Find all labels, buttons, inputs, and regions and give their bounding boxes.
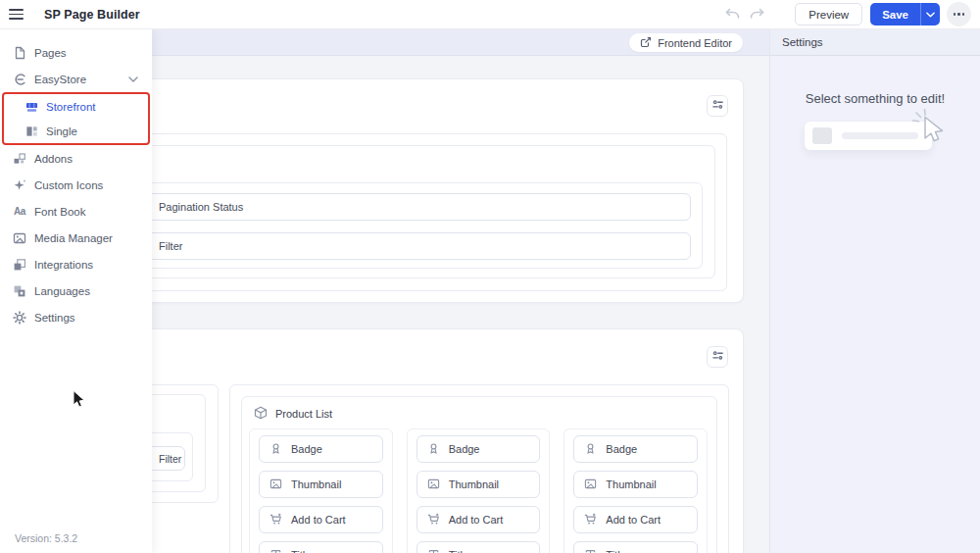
sidebar-item-pages[interactable]: Pages — [0, 39, 152, 66]
mouse-cursor-icon — [73, 390, 86, 414]
custom-icons-icon — [13, 178, 26, 192]
easystore-icon — [13, 73, 26, 86]
title-icon — [427, 548, 440, 553]
addon-badge[interactable]: Badge — [259, 435, 383, 463]
sidebar-item-media-manager[interactable]: Media Manager — [0, 225, 152, 251]
addons-icon — [13, 152, 26, 166]
addon-title[interactable]: Title — [573, 541, 698, 553]
sidebar-item-label: Settings — [34, 312, 75, 324]
sidebar-item-custom-icons[interactable]: Custom Icons — [0, 172, 152, 198]
cart-icon — [584, 513, 597, 528]
addon-label: Filter — [159, 453, 181, 465]
more-options-button[interactable] — [947, 2, 971, 26]
addon-add-to-cart[interactable]: Add to Cart — [416, 506, 541, 533]
sidebar: Pages EasyStore Storefront Sing — [0, 29, 152, 553]
pages-icon — [13, 46, 26, 60]
hamburger-icon[interactable] — [9, 6, 30, 24]
row-container[interactable]: Pagination Status Filter — [70, 133, 727, 291]
cart-icon — [427, 513, 440, 528]
section-settings-button[interactable] — [707, 95, 728, 117]
sidebar-item-integrations[interactable]: Integrations — [0, 251, 152, 277]
topbar: SP Page Builder Preview Save — [0, 0, 980, 29]
languages-icon — [13, 284, 26, 298]
save-button[interactable]: Save — [870, 3, 920, 25]
addon-label: Title — [606, 549, 625, 553]
addon-label: Add to Cart — [606, 514, 661, 526]
version-label: Version: 5.3.2 — [15, 532, 77, 544]
chevron-down-icon[interactable] — [128, 76, 138, 82]
title-icon — [584, 548, 597, 553]
sidebar-item-label: EasyStore — [34, 74, 86, 85]
addon-badge[interactable]: Badge — [416, 435, 541, 463]
product-list-addon[interactable]: Product List Badge Thumbnail — [241, 396, 717, 553]
addon-badge[interactable]: Badge — [573, 435, 698, 463]
addon-label: Title — [291, 549, 311, 553]
sidebar-item-label: Languages — [34, 285, 90, 297]
addon-label: Thumbnail — [449, 478, 499, 490]
sidebar-item-font-book[interactable]: Aa Font Book — [0, 198, 152, 225]
sidebar-item-label: Storefront — [46, 101, 96, 113]
media-manager-icon — [13, 231, 26, 245]
sliders-icon — [711, 97, 724, 115]
font-book-icon: Aa — [13, 206, 26, 217]
sidebar-item-easystore[interactable]: EasyStore — [0, 66, 152, 92]
thumbnail-icon — [584, 478, 597, 492]
redo-icon[interactable] — [748, 5, 767, 25]
addon-add-to-cart[interactable]: Add to Cart — [573, 506, 698, 533]
product-list-column[interactable]: Product List Badge Thumbnail — [229, 384, 729, 553]
badge-icon — [270, 442, 282, 457]
section-settings-button[interactable] — [707, 346, 728, 368]
gear-icon — [13, 311, 26, 325]
column-container[interactable]: Pagination Status Filter — [90, 145, 715, 278]
sidebar-item-languages[interactable]: Languages — [0, 277, 152, 304]
undo-icon[interactable] — [722, 5, 742, 25]
addon-label: Thumbnail — [606, 478, 656, 490]
launch-icon — [640, 36, 652, 50]
sidebar-item-label: Custom Icons — [34, 179, 103, 191]
sidebar-item-single[interactable]: Single — [4, 119, 148, 143]
sidebar-item-storefront[interactable]: Storefront — [4, 94, 148, 119]
addon-filter[interactable]: Filter — [120, 232, 691, 260]
addon-title[interactable]: Title — [259, 541, 383, 553]
addon-thumbnail[interactable]: Thumbnail — [416, 471, 541, 498]
addon-label: Badge — [606, 443, 637, 455]
product-list-title: Product List — [275, 408, 332, 420]
product-grid: Badge Thumbnail Add to Cart — [242, 428, 716, 553]
app-title: SP Page Builder — [44, 8, 140, 22]
settings-panel: Settings Select something to edit! — [769, 29, 980, 553]
product-card[interactable]: Badge Thumbnail Add to Cart — [564, 428, 708, 553]
preview-button[interactable]: Preview — [795, 3, 862, 25]
save-dropdown-button[interactable] — [920, 3, 940, 25]
product-list-header: Product List — [242, 397, 716, 428]
frontend-editor-label: Frontend Editor — [658, 37, 732, 49]
thumbnail-icon — [270, 478, 282, 492]
thumbnail-icon — [427, 478, 440, 492]
save-split-button: Save — [870, 3, 940, 25]
frontend-editor-button[interactable]: Frontend Editor — [629, 33, 743, 52]
addon-thumbnail[interactable]: Thumbnail — [259, 471, 383, 498]
addon-label: Thumbnail — [291, 478, 341, 490]
addon-pagination-status[interactable]: Pagination Status — [120, 193, 691, 221]
sidebar-item-label: Addons — [34, 153, 73, 165]
cart-icon — [270, 513, 282, 528]
addon-title[interactable]: Title — [416, 541, 541, 553]
sidebar-item-settings[interactable]: Settings — [0, 304, 152, 330]
addon-label: Pagination Status — [159, 201, 243, 213]
settings-panel-header: Settings — [770, 29, 980, 56]
sidebar-item-label: Font Book — [34, 206, 85, 218]
cursor-click-icon — [909, 104, 949, 157]
addon-thumbnail[interactable]: Thumbnail — [573, 471, 698, 498]
storefront-icon — [25, 100, 38, 114]
product-card[interactable]: Badge Thumbnail Add to Cart — [407, 428, 551, 553]
product-card[interactable]: Badge Thumbnail Add to Cart — [249, 428, 393, 553]
sidebar-item-addons[interactable]: Addons — [0, 145, 152, 172]
sidebar-item-label: Pages — [34, 47, 67, 59]
highlight-red-box: Storefront Single — [2, 92, 150, 145]
package-icon — [254, 406, 268, 422]
badge-icon — [584, 442, 597, 457]
addon-label: Add to Cart — [291, 514, 346, 526]
placeholder-square — [812, 127, 832, 144]
addon-add-to-cart[interactable]: Add to Cart — [259, 506, 383, 533]
addon-group[interactable]: Pagination Status Filter — [111, 182, 703, 269]
single-icon — [25, 125, 38, 138]
